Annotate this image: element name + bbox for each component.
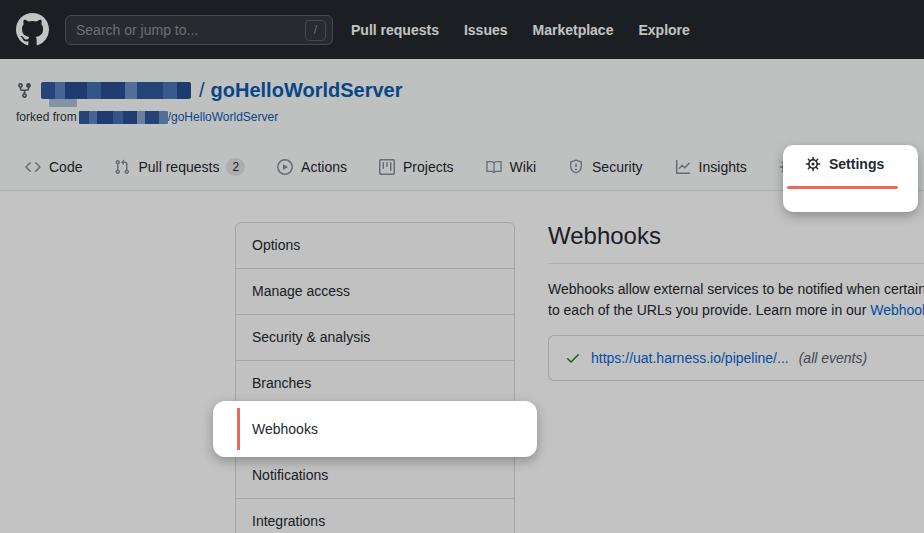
selected-tab-underline [787, 186, 898, 189]
spotlight-settings-content: Settings [805, 156, 884, 172]
spotlight-settings-tab[interactable]: Settings [783, 145, 918, 212]
selected-item-accent-bar [237, 408, 240, 450]
spotlight-webhooks-item[interactable]: Webhooks [213, 401, 537, 457]
gear-icon [805, 156, 821, 172]
github-settings-page: / Pull requests Issues Marketplace Explo… [0, 0, 924, 533]
